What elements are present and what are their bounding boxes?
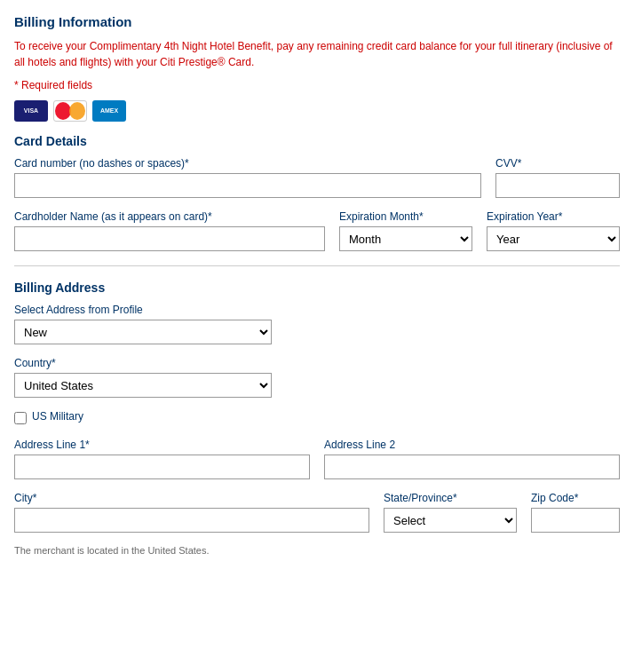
address-lines-row: Address Line 1* Address Line 2	[14, 439, 620, 479]
card-number-row: Card number (no dashes or spaces)* CVV*	[14, 157, 620, 198]
select-address-label: Select Address from Profile	[14, 304, 272, 316]
card-icons: VISA AMEX	[14, 100, 620, 122]
address2-input[interactable]	[324, 455, 620, 479]
billing-address-title: Billing Address	[14, 281, 620, 295]
country-group: Country* United States Canada United Kin…	[14, 357, 272, 398]
address2-group: Address Line 2	[324, 439, 620, 479]
city-input[interactable]	[14, 508, 369, 533]
state-label: State/Province*	[384, 492, 517, 504]
us-military-row: US Military	[14, 410, 620, 426]
info-text: To receive your Complimentary 4th Night …	[14, 38, 620, 70]
expiration-month-group: Expiration Month* Month January February…	[339, 210, 472, 251]
us-military-label: US Military	[32, 410, 83, 423]
cvv-group: CVV*	[495, 157, 620, 198]
expiration-month-label: Expiration Month*	[339, 210, 472, 223]
cvv-input[interactable]	[495, 173, 620, 198]
visa-icon: VISA	[14, 100, 48, 122]
zip-label: Zip Code*	[531, 492, 620, 504]
state-group: State/Province* Select Alabama Alaska Ar…	[384, 492, 517, 533]
expiration-year-group: Expiration Year* Year 2024 2025 2026 202…	[487, 210, 620, 251]
select-address-group: Select Address from Profile New	[14, 304, 272, 344]
amex-icon: AMEX	[92, 100, 126, 122]
required-note: * Required fields	[14, 79, 620, 91]
zip-group: Zip Code*	[531, 492, 620, 533]
card-number-input[interactable]	[14, 173, 481, 198]
card-details-title: Card Details	[14, 134, 620, 148]
address1-label: Address Line 1*	[14, 439, 310, 451]
us-military-checkbox[interactable]	[14, 412, 27, 424]
address1-group: Address Line 1*	[14, 439, 310, 479]
mastercard-icon	[53, 100, 87, 122]
card-number-group: Card number (no dashes or spaces)*	[14, 157, 481, 198]
address1-input[interactable]	[14, 455, 310, 479]
expiration-year-label: Expiration Year*	[487, 210, 620, 223]
card-number-label: Card number (no dashes or spaces)*	[14, 157, 481, 170]
section-divider	[14, 265, 620, 266]
cardholder-name-group: Cardholder Name (as it appears on card)*	[14, 210, 325, 251]
billing-info-title: Billing Information	[14, 14, 620, 29]
cardholder-name-label: Cardholder Name (as it appears on card)*	[14, 210, 325, 223]
city-label: City*	[14, 492, 369, 504]
address2-label: Address Line 2	[324, 439, 620, 451]
city-state-zip-row: City* State/Province* Select Alabama Ala…	[14, 492, 620, 533]
expiration-year-select[interactable]: Year 2024 2025 2026 2027 2028	[487, 226, 620, 251]
cardholder-row: Cardholder Name (as it appears on card)*…	[14, 210, 620, 251]
city-group: City*	[14, 492, 369, 533]
country-select[interactable]: United States Canada United Kingdom	[14, 373, 272, 398]
merchant-note: The merchant is located in the United St…	[14, 545, 620, 556]
zip-input[interactable]	[531, 508, 620, 533]
country-label: Country*	[14, 357, 272, 369]
cardholder-name-input[interactable]	[14, 226, 325, 251]
cvv-label: CVV*	[495, 157, 620, 170]
expiration-month-select[interactable]: Month January February March April May J…	[339, 226, 472, 251]
state-select[interactable]: Select Alabama Alaska Arizona California…	[384, 508, 517, 533]
select-address-select[interactable]: New	[14, 320, 272, 344]
